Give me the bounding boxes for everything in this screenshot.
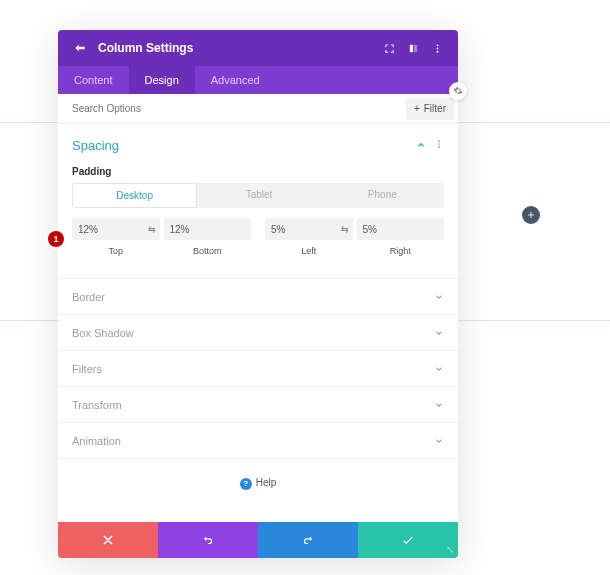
add-section-button[interactable]: [522, 206, 540, 224]
modal-header: Column Settings: [58, 30, 458, 66]
resize-handle-icon[interactable]: ⤡: [444, 544, 456, 556]
undo-button[interactable]: [158, 522, 258, 558]
plus-icon: +: [414, 103, 420, 114]
tab-bar: Content Design Advanced: [58, 66, 458, 94]
panel-more-icon[interactable]: [434, 138, 444, 152]
redo-button[interactable]: [258, 522, 358, 558]
device-tabs: Desktop Tablet Phone: [72, 183, 444, 208]
padding-right-input[interactable]: [357, 224, 445, 235]
accordion-label: Box Shadow: [72, 327, 434, 339]
snap-icon[interactable]: [406, 41, 420, 55]
chevron-down-icon: [434, 292, 444, 302]
device-tab-phone[interactable]: Phone: [321, 183, 444, 208]
padding-bottom-label: Bottom: [164, 246, 252, 256]
chevron-down-icon: [434, 328, 444, 338]
padding-label: Padding: [72, 166, 444, 177]
padding-top-label: Top: [72, 246, 160, 256]
accordion-transform[interactable]: Transform: [58, 387, 458, 423]
filter-button[interactable]: + Filter: [406, 98, 454, 120]
back-icon[interactable]: [72, 40, 88, 56]
accordion-box-shadow[interactable]: Box Shadow: [58, 315, 458, 351]
padding-left-input[interactable]: [265, 224, 353, 235]
panel-title: Spacing: [72, 138, 416, 153]
action-bar: ⤡: [58, 522, 458, 558]
padding-right-label: Right: [357, 246, 445, 256]
chevron-down-icon: [434, 436, 444, 446]
svg-point-4: [436, 50, 438, 52]
svg-point-3: [436, 47, 438, 49]
svg-point-5: [438, 140, 440, 142]
svg-point-2: [436, 44, 438, 46]
accordion-label: Filters: [72, 363, 434, 375]
svg-rect-1: [413, 44, 416, 51]
cancel-button[interactable]: [58, 522, 158, 558]
link-icon[interactable]: ⇆: [341, 224, 349, 234]
accordion-border[interactable]: Border: [58, 279, 458, 315]
help-label: Help: [256, 477, 277, 488]
padding-bottom-input[interactable]: [164, 224, 252, 235]
chevron-down-icon: [434, 364, 444, 374]
filter-button-label: Filter: [424, 103, 446, 114]
accordion-animation[interactable]: Animation: [58, 423, 458, 459]
expand-icon[interactable]: [382, 41, 396, 55]
column-settings-modal: Column Settings Content Design Advanced …: [58, 30, 458, 558]
svg-point-7: [438, 146, 440, 148]
svg-rect-0: [409, 44, 412, 51]
svg-point-6: [438, 143, 440, 145]
link-icon[interactable]: ⇆: [148, 224, 156, 234]
device-tab-desktop[interactable]: Desktop: [72, 183, 197, 208]
accordion-label: Animation: [72, 435, 434, 447]
modal-title: Column Settings: [98, 41, 372, 55]
tab-advanced[interactable]: Advanced: [195, 66, 276, 94]
collapse-icon[interactable]: [416, 136, 426, 154]
tab-content[interactable]: Content: [58, 66, 129, 94]
spacing-panel: Spacing Padding Desktop Tablet Phone ⇆: [58, 124, 458, 256]
search-input[interactable]: [72, 103, 406, 114]
chevron-down-icon: [434, 400, 444, 410]
padding-top-input[interactable]: [72, 224, 160, 235]
accordion-list: Border Box Shadow Filters Transform Anim…: [58, 278, 458, 459]
help-icon: ?: [240, 478, 252, 490]
search-row: + Filter: [58, 94, 458, 124]
accordion-label: Border: [72, 291, 434, 303]
gear-icon[interactable]: [449, 82, 467, 100]
save-button[interactable]: [358, 522, 458, 558]
more-icon[interactable]: [430, 41, 444, 55]
padding-left-label: Left: [265, 246, 353, 256]
annotation-badge: 1: [48, 231, 64, 247]
accordion-filters[interactable]: Filters: [58, 351, 458, 387]
accordion-label: Transform: [72, 399, 434, 411]
tab-design[interactable]: Design: [129, 66, 195, 94]
device-tab-tablet[interactable]: Tablet: [197, 183, 320, 208]
help-row[interactable]: ?Help: [58, 459, 458, 522]
